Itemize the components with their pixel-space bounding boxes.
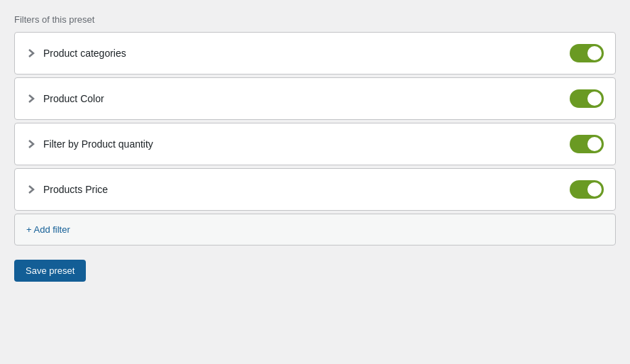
filter-label-products-price: Products Price <box>43 184 108 195</box>
toggle-slider <box>570 135 604 153</box>
chevron-right-icon <box>26 139 36 149</box>
toggle-slider <box>570 89 604 108</box>
filter-item-left: Product categories <box>26 48 126 59</box>
toggle-slider <box>570 44 604 62</box>
chevron-right-icon <box>26 94 36 104</box>
filter-label-product-categories: Product categories <box>43 48 126 59</box>
filter-item-products-price[interactable]: Products Price ✓ <box>14 168 616 211</box>
toggle-filter-by-product-quantity[interactable]: ✓ <box>570 135 604 153</box>
save-preset-button[interactable]: Save preset <box>14 260 86 282</box>
add-filter-button[interactable]: + Add filter <box>14 214 616 246</box>
filter-item-left: Product Color <box>26 93 104 104</box>
filter-item-product-color[interactable]: Product Color ✓ <box>14 77 616 120</box>
chevron-right-icon <box>26 48 36 58</box>
chevron-right-icon <box>26 184 36 194</box>
filter-item-product-categories[interactable]: Product categories ✓ <box>14 32 616 75</box>
page-container: Filters of this preset Product categorie… <box>14 14 616 282</box>
filter-label-product-color: Product Color <box>43 93 104 104</box>
toggle-products-price[interactable]: ✓ <box>570 180 604 199</box>
filter-item-filter-by-product-quantity[interactable]: Filter by Product quantity ✓ <box>14 123 616 165</box>
toggle-product-color[interactable]: ✓ <box>570 89 604 108</box>
filter-list: Product categories ✓ Product Color <box>14 32 616 211</box>
filter-label-filter-by-product-quantity: Filter by Product quantity <box>43 138 153 150</box>
toggle-product-categories[interactable]: ✓ <box>570 44 604 62</box>
section-label: Filters of this preset <box>14 14 616 25</box>
toggle-slider <box>570 180 604 199</box>
filter-item-left: Products Price <box>26 184 108 195</box>
filter-item-left: Filter by Product quantity <box>26 138 153 150</box>
